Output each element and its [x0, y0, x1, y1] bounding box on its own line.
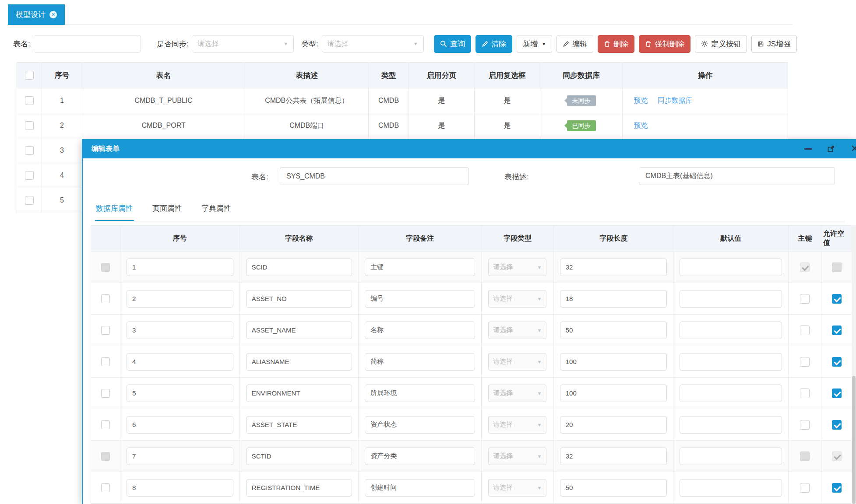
field-no-input[interactable] — [127, 259, 233, 276]
modal-titlebar[interactable]: 编辑表单 ✕ — [83, 139, 856, 158]
field-name-input[interactable] — [246, 385, 352, 402]
field-length-input[interactable] — [560, 385, 667, 402]
default-value-input[interactable] — [680, 448, 782, 465]
field-name-input[interactable] — [246, 322, 352, 339]
field-row-checkbox[interactable] — [101, 420, 110, 429]
field-length-input[interactable] — [560, 479, 667, 497]
type-filter-select[interactable]: 请选择 ▼ — [322, 35, 424, 52]
default-value-input[interactable] — [680, 416, 782, 434]
field-no-input[interactable] — [127, 385, 233, 402]
default-value-input[interactable] — [680, 479, 782, 497]
vertical-scrollbar[interactable] — [852, 225, 856, 504]
table-name-filter-input[interactable] — [34, 35, 141, 52]
field-row-checkbox[interactable] — [101, 326, 110, 335]
default-value-input[interactable] — [680, 353, 782, 371]
field-type-select[interactable]: 请选择▼ — [488, 290, 546, 308]
add-button[interactable]: 新增 ▼ — [517, 35, 552, 53]
tab-model-design[interactable]: 模型设计 ✕ — [8, 4, 65, 25]
sync-filter-select[interactable]: 请选择 ▼ — [192, 35, 294, 52]
field-row-checkbox[interactable] — [101, 483, 110, 492]
search-button[interactable]: 查询 — [434, 35, 471, 53]
minimize-icon[interactable] — [801, 139, 814, 158]
modal-table-name-input[interactable] — [280, 167, 469, 185]
row-checkbox[interactable] — [25, 196, 34, 205]
default-value-input[interactable] — [680, 322, 782, 339]
field-length-input[interactable] — [560, 290, 667, 308]
default-value-input[interactable] — [680, 290, 782, 308]
field-type-select[interactable]: 请选择▼ — [488, 353, 546, 371]
row-checkbox[interactable] — [25, 96, 34, 105]
field-no-input[interactable] — [127, 353, 233, 371]
tab-database-properties[interactable]: 数据库属性 — [95, 199, 134, 221]
primary-key-checkbox[interactable] — [800, 294, 810, 304]
field-note-input[interactable] — [365, 259, 475, 276]
field-length-input[interactable] — [560, 448, 667, 465]
primary-key-checkbox[interactable] — [800, 420, 810, 430]
field-length-input[interactable] — [560, 353, 667, 371]
field-note-input[interactable] — [365, 290, 475, 308]
tab-dictionary-properties[interactable]: 字典属性 — [201, 199, 232, 221]
tab-close-icon[interactable]: ✕ — [49, 11, 57, 18]
select-all-checkbox[interactable] — [25, 71, 34, 80]
field-note-input[interactable] — [365, 416, 475, 434]
field-no-input[interactable] — [127, 479, 233, 497]
js-enhance-button[interactable]: JS增强 — [751, 35, 797, 53]
row-checkbox[interactable] — [25, 171, 34, 180]
default-value-input[interactable] — [680, 385, 782, 402]
field-note-input[interactable] — [365, 448, 475, 465]
field-name-input[interactable] — [246, 290, 352, 308]
row-checkbox[interactable] — [25, 121, 34, 130]
nullable-checkbox[interactable] — [832, 420, 842, 430]
row-checkbox[interactable] — [25, 146, 34, 155]
modal-table-desc-input[interactable] — [639, 167, 835, 185]
nullable-checkbox[interactable] — [832, 294, 842, 304]
primary-key-checkbox[interactable] — [800, 326, 810, 335]
field-length-input[interactable] — [560, 322, 667, 339]
field-no-input[interactable] — [127, 322, 233, 339]
close-icon[interactable]: ✕ — [848, 139, 856, 158]
field-note-input[interactable] — [365, 385, 475, 402]
clear-button[interactable]: 清除 — [476, 35, 512, 53]
field-name-input[interactable] — [246, 448, 352, 465]
nullable-checkbox[interactable] — [832, 326, 842, 335]
field-type-select[interactable]: 请选择▼ — [488, 259, 546, 276]
force-delete-button[interactable]: 强制删除 — [639, 35, 690, 53]
field-name-input[interactable] — [246, 353, 352, 371]
edit-button[interactable]: 编辑 — [557, 35, 593, 53]
field-no-input[interactable] — [127, 448, 233, 465]
define-button[interactable]: 定义按钮 — [695, 35, 747, 53]
field-row-checkbox[interactable] — [101, 389, 110, 398]
primary-key-checkbox[interactable] — [800, 388, 810, 398]
field-note-input[interactable] — [365, 479, 475, 497]
nullable-checkbox[interactable] — [832, 357, 842, 367]
tab-page-properties[interactable]: 页面属性 — [151, 199, 183, 221]
field-name-input[interactable] — [246, 416, 352, 434]
field-row-checkbox — [101, 452, 110, 461]
preview-link[interactable]: 预览 — [634, 121, 648, 130]
primary-key-checkbox[interactable] — [800, 357, 810, 367]
field-name-input[interactable] — [246, 259, 352, 276]
field-length-input[interactable] — [560, 259, 667, 276]
field-type-select[interactable]: 请选择▼ — [488, 416, 546, 434]
default-value-input[interactable] — [680, 259, 782, 276]
field-row-checkbox[interactable] — [101, 294, 110, 303]
field-length-input[interactable] — [560, 416, 667, 434]
field-type-select[interactable]: 请选择▼ — [488, 322, 546, 339]
field-no-input[interactable] — [127, 416, 233, 434]
field-note-input[interactable] — [365, 322, 475, 339]
nullable-checkbox[interactable] — [832, 388, 842, 398]
field-type-select[interactable]: 请选择▼ — [488, 448, 546, 465]
delete-button[interactable]: 删除 — [598, 35, 634, 53]
maximize-icon[interactable] — [824, 139, 838, 158]
primary-key-checkbox[interactable] — [800, 483, 810, 493]
field-type-select[interactable]: 请选择▼ — [488, 479, 546, 497]
nullable-checkbox[interactable] — [832, 483, 842, 493]
preview-link[interactable]: 预览 — [634, 96, 648, 105]
scrollbar-thumb[interactable] — [852, 376, 856, 504]
field-no-input[interactable] — [127, 290, 233, 308]
sync-database-link[interactable]: 同步数据库 — [657, 96, 692, 105]
field-name-input[interactable] — [246, 479, 352, 497]
field-note-input[interactable] — [365, 353, 475, 371]
field-row-checkbox[interactable] — [101, 357, 110, 366]
field-type-select[interactable]: 请选择▼ — [488, 385, 546, 402]
